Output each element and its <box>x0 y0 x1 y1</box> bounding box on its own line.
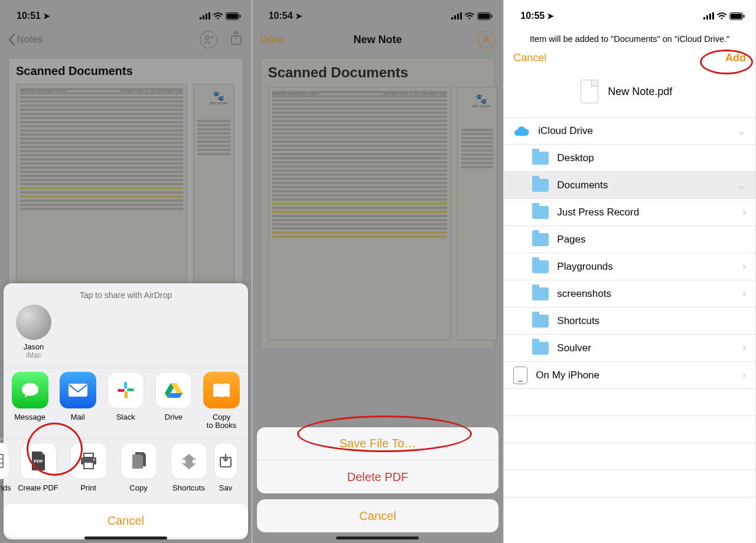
scanned-page-1[interactable]: Medical Summary Report916-383-7387 | Fax… <box>16 84 187 308</box>
nav-bar: Notes <box>0 26 252 53</box>
home-indicator[interactable] <box>84 537 167 539</box>
note-title: Scanned Documents <box>16 64 236 78</box>
folder-icon <box>532 233 549 246</box>
status-icons <box>451 12 493 20</box>
folder-pages[interactable]: Pages <box>504 226 755 253</box>
svg-rect-28 <box>703 17 705 19</box>
folder-icon <box>532 179 549 192</box>
screenshot-file-picker: 10:55 ➤ Item will be added to "Documents… <box>504 0 756 543</box>
status-time: 10:55 <box>520 11 545 21</box>
delete-pdf-button[interactable]: Delete PDF <box>257 460 499 493</box>
svg-rect-5 <box>227 14 238 19</box>
folder-shortcuts[interactable]: Shortcuts <box>504 308 755 335</box>
folder-just-press-record[interactable]: Just Press Record › <box>504 199 755 226</box>
share-action-print[interactable]: Print <box>63 443 113 492</box>
chevron-right-icon: › <box>742 287 746 300</box>
list-spacer <box>504 389 755 416</box>
share-action-copy[interactable]: Copy <box>113 443 164 492</box>
file-preview: New Note.pdf <box>504 70 755 117</box>
share-action-create-pdf[interactable]: PDF Create PDF <box>13 443 63 492</box>
cancel-button[interactable]: Cancel <box>513 52 546 64</box>
svg-rect-6 <box>239 15 240 18</box>
share-app-slack[interactable]: Slack <box>102 372 149 430</box>
folder-soulver[interactable]: Soulver › <box>504 335 755 362</box>
svg-rect-34 <box>743 15 744 18</box>
airdrop-name: Jason <box>12 342 56 351</box>
svg-rect-26 <box>478 14 490 19</box>
folder-icon <box>532 152 549 165</box>
folder-desktop[interactable]: Desktop <box>504 145 755 172</box>
chevron-right-icon: › <box>742 369 746 381</box>
svg-rect-0 <box>200 17 201 19</box>
share-app-drive[interactable]: Drive <box>149 372 197 430</box>
svg-rect-18 <box>84 462 93 469</box>
svg-rect-23 <box>457 14 459 19</box>
chevron-right-icon: › <box>742 342 746 354</box>
location-arrow-icon: ➤ <box>295 11 302 21</box>
list-spacer <box>504 470 755 498</box>
svg-text:PDF: PDF <box>34 459 43 464</box>
svg-rect-10 <box>124 382 127 389</box>
list-spacer <box>504 416 755 443</box>
home-indicator[interactable] <box>336 537 419 539</box>
airdrop-hint: Tap to share with AirDrop <box>4 290 248 300</box>
back-button[interactable]: Notes <box>8 34 43 45</box>
scanned-page-2[interactable]: 🐾PET HOSP <box>193 84 234 308</box>
airdrop-contact[interactable]: Jason iMac <box>12 305 56 359</box>
page-title: New Note <box>252 34 504 46</box>
share-action-grids[interactable]: & Grids <box>0 443 13 492</box>
grid-icon <box>0 443 9 479</box>
save-icon <box>214 443 237 479</box>
cancel-button[interactable]: Cancel <box>257 499 499 532</box>
status-bar: 10:51 ➤ <box>0 0 252 26</box>
share-action-save[interactable]: Sav <box>214 443 237 492</box>
cancel-button[interactable]: Cancel <box>4 504 248 537</box>
share-app-message[interactable]: Message <box>6 372 54 430</box>
share-apps-row[interactable]: Message Mail Slack <box>4 368 248 439</box>
scanned-page-1[interactable]: Medical Summary Report916-383-7387 | Fax… <box>268 87 451 341</box>
share-actions-row[interactable]: & Grids PDF Create PDF Print Copy <box>0 439 248 501</box>
share-action-shortcuts[interactable]: Shortcuts <box>164 443 214 492</box>
done-button[interactable]: Done <box>260 34 285 45</box>
folder-documents[interactable]: Documents ⌄ <box>504 172 755 199</box>
status-icons <box>703 12 745 20</box>
folder-icon <box>532 315 549 328</box>
chevron-down-icon: ⌄ <box>737 179 746 192</box>
note-title: Scanned Documents <box>268 64 488 81</box>
svg-rect-14 <box>0 454 3 467</box>
back-label: Notes <box>17 34 43 45</box>
nav-bar: Cancel Add <box>504 48 755 70</box>
file-thumb-icon <box>581 80 598 103</box>
drive-icon <box>155 372 192 408</box>
scanned-page-2[interactable]: 🐾PET HOSP <box>457 87 497 341</box>
screenshot-action-sheet: 10:54 ➤ Done New Note Scanned Documents … <box>252 0 504 543</box>
location-icloud-drive[interactable]: iCloud Drive ⌄ <box>504 117 755 145</box>
add-button[interactable]: Add <box>725 52 746 64</box>
svg-rect-30 <box>709 14 711 19</box>
add-person-icon[interactable] <box>200 31 217 48</box>
print-icon <box>70 443 107 479</box>
svg-rect-9 <box>69 384 87 397</box>
status-icons <box>200 12 241 20</box>
svg-rect-33 <box>731 14 742 19</box>
nav-bar: Done New Note <box>252 26 504 53</box>
share-app-mail[interactable]: Mail <box>54 372 102 430</box>
svg-rect-1 <box>203 15 204 19</box>
chevron-right-icon: › <box>742 260 746 273</box>
share-icon[interactable] <box>229 30 243 50</box>
folder-playgrounds[interactable]: Playgrounds › <box>504 253 755 280</box>
folder-icon <box>532 206 549 219</box>
folder-icon <box>532 342 549 355</box>
save-file-to-button[interactable]: Save File To… <box>257 427 499 460</box>
status-time: 10:54 <box>269 11 293 21</box>
markup-icon[interactable] <box>477 31 495 48</box>
slack-icon <box>107 372 144 408</box>
mail-icon <box>60 372 96 408</box>
books-icon <box>203 372 240 408</box>
svg-rect-31 <box>712 12 714 19</box>
message-icon <box>12 372 48 408</box>
svg-point-7 <box>206 36 209 40</box>
folder-screenshots[interactable]: screenshots › <box>504 280 755 308</box>
location-on-my-iphone[interactable]: On My iPhone › <box>504 362 755 389</box>
share-app-books[interactable]: Copy to Books <box>198 372 246 430</box>
